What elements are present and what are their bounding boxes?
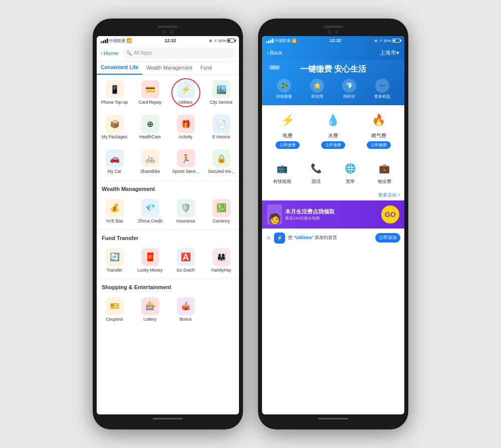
app-label: My Car	[108, 169, 121, 174]
app-label: Lottery	[144, 317, 157, 322]
service-gas[interactable]: 🔥 燃气费 立即缴费	[364, 110, 394, 149]
promo-banner[interactable]: 🧑 本月生活费点我领取 最高188元缴水电燃 GO	[262, 200, 404, 229]
app-coupons[interactable]: 🎫 Coupons	[97, 294, 132, 325]
camera-area	[262, 30, 404, 34]
city-selector[interactable]: 上海市▾	[380, 49, 399, 57]
gas-icon: 🔥	[369, 110, 389, 130]
app-activity[interactable]: 🎁 Activity	[168, 112, 203, 142]
right-screen: 中国联通 📶 12:32 ⊕ ↗ 30% ‹ Back 上海市▾	[262, 36, 404, 414]
add-btn-label: 立即添加	[379, 235, 397, 240]
app-label: E-Invoice	[212, 134, 230, 139]
app-secured[interactable]: 🔒 Secured Me...	[203, 146, 239, 177]
activity-icon: 🎁	[177, 115, 195, 133]
app-placeholder	[203, 294, 239, 325]
app-my-car[interactable]: 🚗 My Car	[97, 146, 132, 177]
home-indicator	[153, 418, 183, 419]
app-label: Transfer	[107, 268, 122, 273]
healthcare-icon: ⊕	[141, 115, 159, 133]
app-go-dutch[interactable]: 🅰️ Go Dutch	[168, 245, 203, 276]
zhima-icon: 💎	[141, 199, 159, 217]
service-name: 水费	[328, 132, 338, 139]
left-phone: 中国联通 📶 12:32 ⊕ ↗ 30% ‹ Home 🔍 A	[93, 19, 243, 429]
landline-icon: 📞	[308, 160, 325, 177]
app-zhima-credit[interactable]: 💎 Zhima Credit	[132, 196, 168, 227]
badge: 2629	[269, 65, 280, 70]
points-icon: 💎	[342, 79, 356, 93]
secondary-services-row: 📺 有线电视 📞 固话 🌐 宽带 💼 物业费	[265, 158, 401, 185]
hero-icon-points[interactable]: 💎 得积分	[342, 79, 356, 99]
app-e-invoice[interactable]: 📄 E-Invoice	[203, 112, 239, 142]
app-lottery[interactable]: 🎰 Lottery	[132, 294, 168, 325]
pay-gas-btn[interactable]: 立即缴费	[367, 141, 391, 149]
app-label: Lucky Money	[137, 268, 162, 273]
location-icon: ⊕	[209, 39, 212, 43]
app-sports[interactable]: 🏃 Sports Servi...	[168, 146, 203, 177]
main-services-row: ⚡ 电费 立即缴费 💧 水费 立即缴费 🔥 燃气费 立即缴费	[265, 110, 401, 149]
service-broadband[interactable]: 🌐 宽带	[337, 160, 364, 185]
app-city-service[interactable]: 🏙️ City Service	[203, 77, 239, 108]
hero-icon-credit[interactable]: ⭐ 积信用	[310, 79, 324, 99]
property-icon: 💼	[376, 160, 393, 177]
app-sharebike[interactable]: 🚲 ShareBike	[132, 146, 168, 177]
service-property[interactable]: 💼 物业费	[371, 160, 398, 185]
app-label: ShareBike	[140, 169, 160, 174]
right-phone: 中国联通 📶 12:32 ⊕ ↗ 30% ‹ Back 上海市▾	[258, 19, 408, 429]
utilities-toast-icon: ⚡	[274, 233, 285, 244]
app-label: My Packages	[102, 134, 127, 139]
icon-label: 绿色能量	[276, 94, 292, 99]
app-family-pay[interactable]: 👨‍👩‍👧 FamilyPay	[203, 245, 239, 276]
app-card-repay[interactable]: 💳 Card Repay	[132, 77, 168, 108]
wealth-section-title: Wealth Management	[97, 182, 239, 194]
service-electricity[interactable]: ⚡ 电费 立即缴费	[273, 110, 303, 149]
tab-fund[interactable]: Fund	[196, 61, 216, 75]
phone-bottom	[262, 414, 404, 422]
promo-avatar: 🧑	[267, 204, 282, 225]
app-insurance[interactable]: 🛡️ Insurance	[168, 196, 203, 227]
hero-icon-green-energy[interactable]: ♻️ 绿色能量	[276, 79, 292, 99]
go-button[interactable]: GO	[381, 205, 399, 223]
hero-icons: ♻️ 绿色能量 ⭐ 积信用 💎 得积分 ⋯ 更多权益	[267, 79, 399, 102]
more-activity-link[interactable]: 更多活动 >	[262, 190, 404, 200]
more-benefits-icon: ⋯	[375, 79, 389, 93]
app-label: Phone Top-up	[101, 100, 128, 105]
service-landline[interactable]: 📞 固话	[303, 160, 330, 185]
app-my-packages[interactable]: 📦 My Packages	[97, 112, 132, 142]
pay-electricity-btn[interactable]: 立即缴费	[276, 141, 300, 149]
service-name: 固话	[312, 178, 321, 185]
location-icon: ⊕	[374, 39, 378, 43]
search-bar[interactable]: 🔍 All Apps	[122, 48, 235, 59]
secured-icon: 🔒	[212, 149, 230, 167]
tab-wealth-management[interactable]: Wealth Management	[142, 61, 196, 75]
app-healthcare[interactable]: ⊕ HealthCare	[132, 112, 168, 142]
app-utilities[interactable]: ⚡ Utilities	[168, 77, 203, 108]
service-water[interactable]: 💧 水费 立即缴费	[318, 110, 348, 149]
service-name: 有线电视	[273, 178, 291, 185]
app-phone-topup[interactable]: 📱 Phone Top-up	[97, 77, 132, 108]
cable-tv-icon: 📺	[274, 160, 291, 177]
service-name: 宽带	[346, 178, 355, 185]
app-yue-bao[interactable]: 💰 Yu'E Bao	[97, 196, 132, 227]
back-button[interactable]: ‹ Back	[267, 50, 282, 56]
app-label: Secured Me...	[208, 169, 234, 174]
add-to-home-button[interactable]: 立即添加	[375, 233, 400, 243]
app-currency[interactable]: 💹 Currency	[203, 196, 239, 227]
toast-message: 把 "Utilities" 添加到首页	[288, 235, 372, 241]
utilities-icon: ⚡	[177, 80, 195, 98]
app-bonus[interactable]: 🎪 Bonus	[168, 294, 203, 325]
app-label: Sports Servi...	[172, 169, 199, 174]
broadband-icon: 🌐	[342, 160, 359, 177]
app-lucky-money[interactable]: 🧧 Lucky Money	[132, 245, 168, 276]
app-transfer[interactable]: 🔄 Transfer	[97, 245, 132, 276]
hero-icon-more[interactable]: ⋯ 更多权益	[374, 79, 390, 99]
water-icon: 💧	[323, 110, 343, 130]
app-label: Insurance	[176, 218, 195, 223]
apps-scroll: 📱 Phone Top-up 💳 Card Repay ⚡ Utilities …	[97, 75, 239, 414]
close-toast-button[interactable]: ✕	[266, 235, 271, 242]
my-packages-icon: 📦	[106, 115, 124, 133]
service-cable-tv[interactable]: 📺 有线电视	[269, 160, 296, 185]
pay-water-btn[interactable]: 立即缴费	[321, 141, 345, 149]
tab-convenient-life[interactable]: Convenient Life	[97, 61, 142, 75]
home-button[interactable]: ‹ Home	[101, 50, 118, 56]
right-nav-bar: ‹ Back 上海市▾	[262, 45, 404, 60]
convenient-life-row2: 📦 My Packages ⊕ HealthCare 🎁 Activity 📄 …	[97, 110, 239, 144]
